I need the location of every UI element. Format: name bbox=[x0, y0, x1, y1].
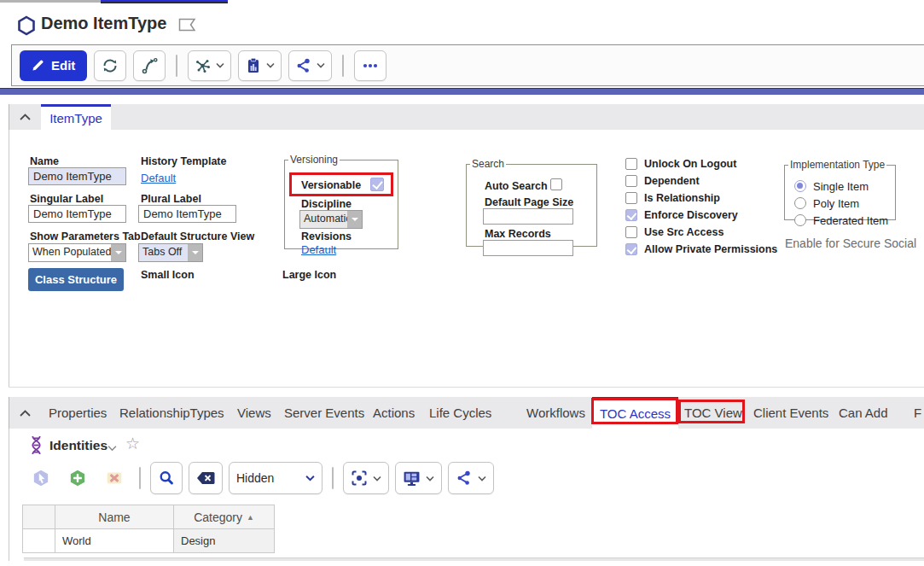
dependent-label: Dependent bbox=[644, 175, 700, 187]
chevron-up-icon bbox=[20, 114, 31, 120]
unlock-on-logout-checkbox[interactable] bbox=[625, 158, 637, 170]
favorite-star-icon[interactable]: ☆ bbox=[125, 435, 140, 452]
enforce-discovery-label: Enforce Discovery bbox=[644, 209, 738, 221]
default-page-size-label: Default Page Size bbox=[485, 196, 573, 208]
delete-related-button[interactable] bbox=[99, 463, 130, 493]
view-layout-menu-button[interactable] bbox=[395, 462, 442, 494]
chevron-down-icon[interactable] bbox=[108, 445, 117, 452]
tab-life-cycles[interactable]: Life Cycles bbox=[429, 397, 491, 429]
singular-label-input[interactable]: Demo ItemType bbox=[28, 205, 126, 223]
tab-can-add[interactable]: Can Add bbox=[839, 397, 888, 429]
chevron-down-icon bbox=[478, 476, 486, 481]
more-actions-button[interactable] bbox=[354, 50, 386, 81]
tab-server-events[interactable]: Server Events bbox=[284, 397, 364, 429]
revisions-label: Revisions bbox=[301, 230, 352, 242]
main-toolbar: Edit bbox=[11, 44, 924, 86]
is-relationship-checkbox[interactable] bbox=[625, 192, 637, 204]
flag-icon[interactable] bbox=[177, 18, 196, 32]
dependent-checkbox[interactable] bbox=[625, 175, 637, 187]
default-page-size-input[interactable] bbox=[483, 208, 573, 225]
tab-clipped[interactable]: F bbox=[914, 397, 921, 429]
tab-relationshiptypes[interactable]: RelationshipTypes bbox=[119, 397, 224, 429]
max-records-label: Max Records bbox=[485, 228, 551, 240]
revisions-default-link[interactable]: Default bbox=[301, 243, 336, 256]
single-item-label: Single Item bbox=[813, 180, 869, 193]
max-records-input[interactable] bbox=[483, 240, 573, 256]
tab-workflows[interactable]: Workflows bbox=[526, 397, 585, 429]
grid-header-rowselect[interactable] bbox=[22, 505, 55, 529]
plural-label-input[interactable]: Demo ItemType bbox=[138, 205, 236, 223]
small-icon-label: Small Icon bbox=[141, 269, 195, 281]
name-input[interactable]: Demo ItemType bbox=[28, 167, 126, 185]
chevron-down-icon bbox=[426, 476, 434, 481]
show-parameters-tab-select[interactable]: When Populated bbox=[28, 243, 126, 262]
add-related-button[interactable] bbox=[62, 463, 93, 493]
chevron-down-icon bbox=[216, 62, 224, 68]
toolbar-separator bbox=[342, 55, 344, 77]
share-menu-button[interactable] bbox=[288, 50, 332, 81]
toolbar-separator bbox=[332, 467, 334, 489]
collapse-form-button[interactable] bbox=[17, 111, 32, 123]
tab-actions[interactable]: Actions bbox=[373, 397, 415, 429]
grid-header-name[interactable]: Name bbox=[55, 505, 174, 529]
poly-item-radio[interactable] bbox=[794, 197, 806, 209]
inactive-tab-strip bbox=[0, 0, 101, 3]
hidden-filter-select[interactable]: Hidden bbox=[229, 462, 323, 494]
toolbar-separator bbox=[176, 55, 177, 77]
class-structure-button[interactable]: Class Structure bbox=[28, 268, 124, 291]
grid-header-category[interactable]: Category ▲ bbox=[174, 505, 275, 529]
grid-cell-category[interactable]: Design bbox=[174, 529, 275, 553]
tab-itemtype[interactable]: ItemType bbox=[41, 104, 111, 130]
grid-footer-line bbox=[24, 557, 924, 561]
tab-toc-view[interactable]: TOC View bbox=[684, 397, 742, 429]
pane-splitter[interactable] bbox=[0, 88, 924, 95]
grid-row[interactable]: World Design bbox=[22, 529, 275, 553]
singular-label-label: Singular Label bbox=[30, 193, 103, 205]
edit-button[interactable]: Edit bbox=[20, 50, 87, 81]
collapse-relationships-button[interactable] bbox=[17, 407, 32, 419]
refresh-button[interactable] bbox=[94, 50, 126, 81]
panel-bottom-border bbox=[9, 387, 924, 388]
tab-views[interactable]: Views bbox=[237, 397, 271, 429]
single-item-radio[interactable] bbox=[794, 180, 806, 192]
structure-menu-button[interactable] bbox=[188, 50, 231, 81]
enforce-discovery-checkbox[interactable] bbox=[625, 209, 637, 221]
versionable-checkbox[interactable] bbox=[370, 178, 384, 191]
search-fieldset: Search Auto Search Default Page Size Max… bbox=[466, 158, 597, 247]
tab-properties[interactable]: Properties bbox=[49, 397, 107, 429]
sort-ascending-icon: ▲ bbox=[247, 513, 254, 522]
search-button[interactable] bbox=[150, 462, 183, 494]
federated-item-label: Federated Item bbox=[813, 214, 888, 227]
tab-client-events[interactable]: Client Events bbox=[753, 397, 828, 429]
grid-cell-rowselect[interactable] bbox=[22, 529, 55, 553]
discipline-select[interactable]: Automatic bbox=[299, 210, 363, 229]
ellipsis-icon bbox=[361, 57, 380, 74]
add-hexagon-icon bbox=[68, 469, 87, 487]
default-structure-view-select[interactable]: Tabs Off bbox=[138, 243, 203, 262]
unlock-on-logout-label: Unlock On Logout bbox=[644, 158, 736, 170]
clear-search-button[interactable] bbox=[189, 462, 223, 494]
plural-label-label: Plural Label bbox=[141, 193, 201, 205]
use-src-access-checkbox[interactable] bbox=[625, 226, 637, 238]
flag-row: Dependent bbox=[625, 174, 700, 188]
edit-button-label: Edit bbox=[51, 58, 75, 73]
promote-button[interactable] bbox=[133, 50, 166, 81]
grid-cell-name[interactable]: World bbox=[55, 529, 174, 553]
itemtype-hexagon-icon bbox=[17, 15, 36, 36]
select-mode-menu-button[interactable] bbox=[343, 462, 389, 494]
federated-item-radio[interactable] bbox=[794, 214, 806, 226]
dropdown-arrow-icon bbox=[188, 244, 202, 261]
reports-menu-button[interactable] bbox=[238, 50, 282, 81]
tab-toc-access[interactable]: TOC Access bbox=[592, 397, 678, 429]
application-window: Demo ItemType Edit bbox=[0, 0, 924, 566]
grid-header-name-label: Name bbox=[98, 511, 130, 524]
allow-private-permissions-checkbox[interactable] bbox=[625, 243, 637, 255]
history-template-label: History Template bbox=[141, 155, 227, 167]
radio-row: Single Item bbox=[794, 179, 869, 193]
auto-search-checkbox[interactable] bbox=[550, 178, 562, 190]
history-template-link[interactable]: Default bbox=[141, 172, 176, 184]
pick-related-button[interactable] bbox=[26, 463, 56, 493]
discipline-value: Automatic bbox=[300, 211, 347, 228]
versionable-label: Versionable bbox=[301, 179, 361, 191]
share-related-menu-button[interactable] bbox=[448, 462, 494, 494]
